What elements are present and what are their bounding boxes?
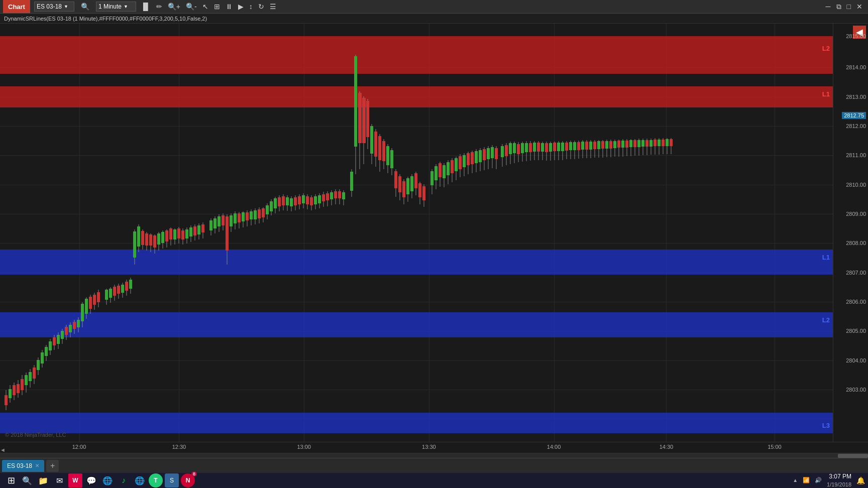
taskbar-chart2-button[interactable]: S [165,473,179,487]
close-button[interactable]: ✕ [854,2,865,12]
cursor-button[interactable]: ↖ [200,2,211,12]
draw-button[interactable]: ✏ [154,2,165,12]
svg-rect-213 [447,162,450,175]
svg-rect-47 [97,292,100,302]
svg-rect-321 [666,139,669,146]
svg-rect-197 [410,176,413,191]
hscrollbar[interactable] [0,453,868,458]
svg-rect-171 [358,93,362,143]
template-button[interactable]: ⊞ [211,2,223,12]
replay-button[interactable]: ▶ [236,2,246,12]
svg-rect-309 [641,140,644,147]
taskbar-skype-button[interactable]: 💬 [84,473,98,487]
svg-rect-259 [541,143,544,152]
price-label-281275: 2812.75 [842,112,866,119]
svg-rect-187 [390,150,393,168]
tray-up-icon[interactable]: ▲ [793,477,798,483]
svg-rect-303 [629,140,632,147]
system-clock[interactable]: 3:07 PM 1/19/2018 [827,473,851,488]
svg-rect-31 [65,327,68,335]
taskbar-chrome2-button[interactable]: 🌐 [133,473,147,487]
zoom-in-button[interactable]: 🔍+ [165,2,183,12]
svg-rect-175 [366,101,369,137]
svg-rect-307 [637,140,640,147]
taskbar-office-button[interactable]: W [68,473,82,487]
svg-rect-275 [573,142,576,150]
scroll-left-btn[interactable]: ◄ [0,447,6,453]
svg-rect-317 [658,140,661,146]
svg-rect-269 [561,143,564,151]
svg-rect-289 [601,141,604,149]
chart-canvas[interactable]: L2 L1 L1 L2 L3 [0,24,833,442]
bar-type-button[interactable]: ▐▌ [138,2,153,12]
notification-button[interactable]: 🔔 [856,476,865,484]
pause-button[interactable]: ⏸ [223,2,235,12]
svg-rect-71 [149,234,152,246]
svg-rect-217 [455,158,458,171]
menu-button[interactable]: ☰ [267,2,279,12]
taskbar-explorer-button[interactable]: 📁 [36,473,50,487]
svg-rect-165 [342,192,345,199]
svg-rect-101 [213,218,216,228]
tray-volume-icon: 🔊 [815,477,822,483]
taskbar-mail-button[interactable]: ✉ [52,473,66,487]
svg-rect-183 [382,141,385,161]
svg-rect-311 [645,140,648,147]
svg-rect-137 [286,197,289,205]
svg-rect-151 [314,196,317,204]
taskbar-ninjatrader-button[interactable]: N 8 [181,473,195,487]
svg-rect-87 [181,230,184,239]
svg-rect-33 [69,325,72,332]
svg-rect-299 [621,141,624,148]
svg-rect-315 [654,140,657,146]
tab-add-button[interactable]: + [46,460,59,472]
svg-rect-127 [266,205,269,214]
svg-rect-223 [467,153,470,165]
time-axis-canvas: 12:00 12:30 13:00 13:30 14:00 14:30 15:0… [0,442,833,453]
search-button[interactable]: 🔍 [78,2,92,12]
symbol-dropdown[interactable]: ES 03-18 ▼ [34,2,74,12]
tab-es-0318[interactable]: ES 03-18 ✕ [2,460,44,472]
svg-rect-263 [549,143,552,152]
svg-rect-247 [517,144,520,154]
svg-rect-15 [33,368,36,379]
svg-rect-27 [57,335,60,344]
zoom-out-button[interactable]: 🔍- [183,2,199,12]
maximize-button[interactable]: □ [844,2,853,12]
svg-rect-155 [322,194,325,201]
tab-close-icon[interactable]: ✕ [35,463,39,468]
taskbar-chrome-button[interactable]: 🌐 [100,473,115,487]
sync-button[interactable]: ↕ [247,2,255,12]
svg-rect-281 [585,142,588,150]
svg-rect-231 [483,149,486,160]
svg-rect-43 [89,297,92,309]
svg-rect-319 [662,140,665,146]
taskbar-spotify-button[interactable]: ♪ [117,473,131,487]
taskbar-search-button[interactable]: 🔍 [20,473,34,487]
restore-button[interactable]: ⧉ [834,2,844,12]
svg-rect-59 [125,282,128,291]
timeframe-arrow: ▼ [124,4,128,9]
svg-rect-95 [197,225,200,234]
svg-rect-211 [443,165,446,178]
timeframe-dropdown[interactable]: 1 Minute ▼ [96,2,136,12]
svg-rect-17 [37,360,40,370]
svg-rect-3 [9,389,12,398]
svg-rect-287 [597,141,600,149]
svg-rect-115 [242,212,245,221]
minimize-button[interactable]: ─ [823,2,833,12]
svg-rect-83 [173,229,176,239]
svg-rect-61 [129,280,132,289]
svg-rect-179 [374,132,377,157]
taskbar-trading-button[interactable]: T [149,473,163,487]
chart-menu-button[interactable]: Chart [3,0,30,13]
hscroll-thumb[interactable] [838,454,868,458]
svg-rect-149 [310,197,313,205]
start-button[interactable]: ⊞ [4,473,18,487]
refresh-button[interactable]: ↻ [256,2,267,12]
svg-rect-111 [234,213,237,223]
svg-rect-293 [609,141,612,149]
svg-rect-65 [137,226,140,247]
price-label-2812: 2812.00 [846,123,866,129]
svg-rect-199 [414,173,417,188]
